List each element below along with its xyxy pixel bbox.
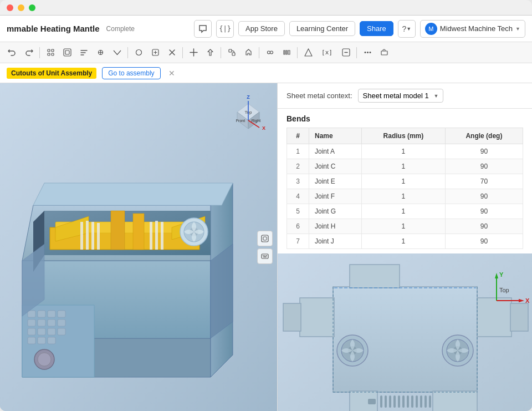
undo-button[interactable] [4,45,20,60]
tool-6[interactable] [131,45,146,60]
cell-num: 6 [287,219,309,234]
avatar-initials: M [428,26,433,32]
tool-19[interactable] [376,45,392,60]
minimize-window-button[interactable] [18,4,24,11]
view-tool-3[interactable] [76,45,91,60]
tool-10[interactable] [202,45,218,60]
svg-rect-83 [283,303,301,331]
cell-num: 7 [287,234,309,249]
cell-radius: 1 [362,234,446,249]
redo-button[interactable] [21,45,37,60]
sheet-metal-model-select[interactable]: Sheet metal model 1 [358,89,443,103]
tool-12[interactable] [241,45,256,60]
app-store-button[interactable]: App Store [238,21,285,36]
table-row[interactable]: 2 Joint C 1 90 [287,159,523,174]
tool-17[interactable] [338,45,354,60]
svg-rect-84 [477,298,511,337]
table-row[interactable]: 1 Joint A 1 90 [287,144,523,159]
cell-num: 2 [287,159,309,174]
svg-rect-53 [48,328,55,335]
svg-rect-99 [402,395,405,408]
svg-point-59 [38,353,51,366]
svg-text:Y: Y [499,271,504,278]
context-label: Cutouts of Unit Assembly [7,68,96,79]
svg-rect-37 [155,221,158,250]
tool-14[interactable] [279,45,294,60]
svg-rect-48 [38,319,45,326]
cell-num: 1 [287,144,309,159]
goto-assembly-button[interactable]: Go to assembly [102,67,160,79]
doc-title: mmable Heating Mantle [7,24,100,33]
toolbar-divider-1 [39,47,40,58]
cell-angle: 90 [445,189,523,204]
tool-11[interactable] [224,45,239,60]
view-mode-button[interactable] [257,231,273,246]
table-row[interactable]: 6 Joint H 1 90 [287,219,523,234]
tool-8[interactable] [164,45,180,60]
cell-name: Joint C [309,159,362,174]
svg-rect-38 [161,222,163,250]
svg-text:Right: Right [252,119,260,123]
svg-rect-87 [433,391,477,411]
help-button[interactable]: ? ▼ [398,20,416,38]
col-header-num: # [287,128,309,144]
svg-rect-104 [424,395,427,408]
toolbar-divider-2 [127,47,128,58]
view-tool-2[interactable] [59,45,75,60]
tool-13[interactable] [262,45,278,60]
context-bar: Cutouts of Unit Assembly Go to assembly … [0,63,532,83]
svg-point-7 [136,50,141,55]
chat-button[interactable] [194,20,212,38]
svg-rect-55 [28,337,35,344]
svg-rect-43 [28,311,35,317]
cell-name: Joint E [309,174,362,189]
title-bar [0,0,532,16]
keyboard-shortcut-button[interactable] [257,248,273,264]
bends-section: Bends # Name Radius (mm) Angle (deg) 1 J… [278,109,532,253]
maximize-window-button[interactable] [29,4,35,11]
svg-rect-44 [38,311,45,317]
svg-rect-34 [91,222,94,250]
svg-rect-105 [429,395,431,408]
cell-angle: 70 [445,174,523,189]
share-button[interactable]: Share [360,21,393,36]
close-window-button[interactable] [7,4,13,11]
table-row[interactable]: 4 Joint F 1 90 [287,189,523,204]
user-menu[interactable]: M Midwest Machine Tech ▼ [420,20,525,38]
toolbar-divider-7 [356,47,357,58]
svg-rect-82 [300,298,334,337]
svg-marker-23 [33,183,233,205]
table-row[interactable]: 3 Joint E 1 70 [287,174,523,189]
col-header-radius: Radius (mm) [362,128,446,144]
tool-7[interactable] [147,45,163,60]
svg-rect-96 [389,395,391,408]
view-tool-4[interactable] [93,45,108,60]
viewport[interactable]: Top Front Right Z X [0,83,277,411]
tool-18[interactable] [360,45,375,60]
cube-nav[interactable]: Top Front Right Z X [226,90,270,134]
svg-rect-106 [368,399,376,404]
svg-rect-2 [48,53,50,55]
cell-radius: 1 [362,204,446,219]
svg-rect-75 [263,255,264,256]
view-tool-1[interactable] [43,45,58,60]
svg-rect-50 [58,319,65,326]
tool-15[interactable] [300,45,316,60]
tool-16[interactable]: [x] [317,45,337,60]
table-row[interactable]: 7 Joint J 1 90 [287,234,523,249]
svg-rect-74 [262,254,268,258]
code-button[interactable]: {|} [216,20,234,38]
flat-pattern-area[interactable]: Y X Top [278,253,532,411]
svg-rect-97 [393,395,396,408]
tool-9[interactable] [186,45,201,60]
bends-title: Bends [287,109,523,128]
context-close-button[interactable]: ✕ [168,69,175,78]
top-nav: mmable Heating Mantle Complete {|} App S… [0,16,532,42]
learning-center-button[interactable]: Learning Center [289,21,355,36]
svg-rect-56 [38,337,45,344]
view-tool-5[interactable] [109,45,125,60]
table-row[interactable]: 5 Joint G 1 90 [287,204,523,219]
bends-table: # Name Radius (mm) Angle (deg) 1 Joint A… [287,128,523,249]
svg-rect-57 [48,337,55,344]
svg-rect-28 [111,211,125,250]
